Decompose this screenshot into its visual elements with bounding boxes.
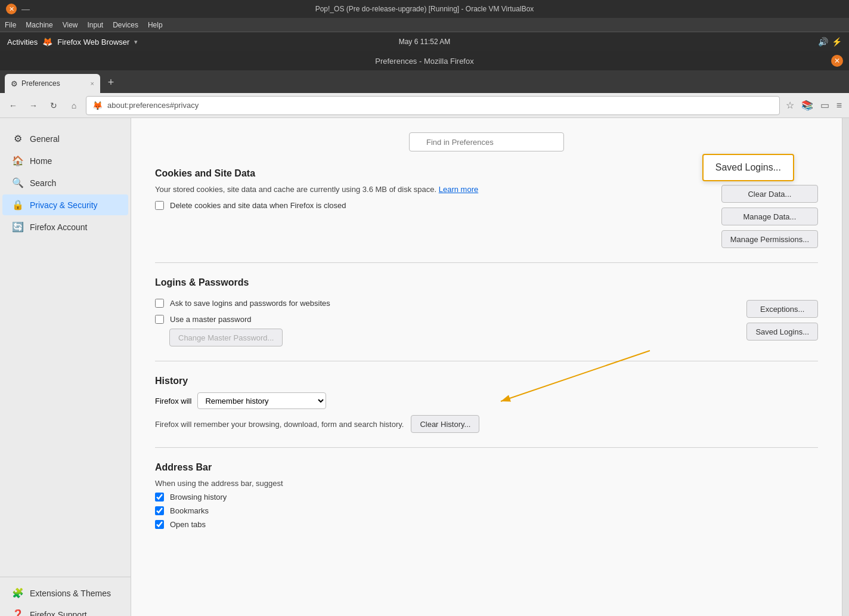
- browsing-history-checkbox[interactable]: [155, 493, 164, 502]
- menu-view[interactable]: View: [63, 21, 78, 29]
- menu-help[interactable]: Help: [148, 21, 163, 29]
- ask-save-label: Ask to save logins and passwords for web…: [170, 299, 330, 308]
- menu-input[interactable]: Input: [88, 21, 104, 29]
- address-bar[interactable]: 🦊 about:preferences#privacy: [86, 96, 780, 115]
- history-desc: Firefox will remember your browsing, dow…: [155, 420, 404, 429]
- tab-label: Preferences: [21, 79, 60, 88]
- vm-topbar: ✕ — Pop!_OS (Pre do-release-upgrade) [Ru…: [0, 0, 849, 18]
- logins-row: Ask to save logins and passwords for web…: [155, 294, 818, 346]
- app-name-osbar[interactable]: Firefox Web Browser: [57, 38, 129, 47]
- privacy-icon: 🔒: [12, 199, 24, 211]
- cookies-divider: [155, 262, 818, 263]
- activities-button[interactable]: Activities: [7, 38, 38, 47]
- saved-logins-button[interactable]: Saved Logins...: [746, 323, 818, 340]
- history-section-title: History: [155, 376, 818, 386]
- tab-close-btn[interactable]: ×: [91, 80, 94, 87]
- exceptions-button[interactable]: Exceptions...: [746, 300, 818, 318]
- sidebar-label-search: Search: [30, 178, 56, 188]
- address-bar-desc: When using the address bar, suggest: [155, 479, 818, 488]
- main-content: 🔍 Cookies and Site Data Your stored cook…: [131, 118, 842, 616]
- extensions-icon: 🧩: [12, 587, 24, 599]
- sidebar-label-general: General: [30, 134, 60, 144]
- home-icon: 🏠: [12, 155, 24, 166]
- history-section: History Firefox will Remember history Ne…: [155, 376, 818, 433]
- tab-favicon: ⚙: [11, 79, 18, 88]
- bookmarks-checkbox[interactable]: [155, 506, 164, 515]
- sidebar-item-account[interactable]: 🔄 Firefox Account: [2, 216, 128, 237]
- sidebar: ⚙ General 🏠 Home 🔍 Search 🔒 Privacy & Se…: [0, 118, 131, 616]
- open-tabs-label: Open tabs: [170, 520, 206, 529]
- address-favicon: 🦊: [92, 101, 103, 110]
- history-divider: [155, 447, 818, 448]
- sidebar-bottom: 🧩 Extensions & Themes ❓ Firefox Support: [0, 577, 131, 616]
- search-icon: 🔍: [12, 177, 24, 188]
- sidebar-item-search[interactable]: 🔍 Search: [2, 172, 128, 193]
- forward-button[interactable]: →: [25, 97, 42, 114]
- history-will-row: Firefox will Remember history Never reme…: [155, 392, 818, 409]
- cookies-desc: Your stored cookies, site data and cache…: [155, 185, 709, 194]
- sidebar-label-support: Firefox Support: [30, 610, 87, 617]
- sidebar-item-extensions[interactable]: 🧩 Extensions & Themes: [2, 583, 128, 603]
- firefox-will-label: Firefox will: [155, 397, 191, 405]
- history-desc-row: Firefox will remember your browsing, dow…: [155, 415, 818, 433]
- logins-buttons: Exceptions... Saved Logins...: [746, 300, 818, 340]
- cookies-section-title: Cookies and Site Data: [155, 168, 818, 179]
- sidebar-item-support[interactable]: ❓ Firefox Support: [2, 604, 128, 616]
- sidebar-label-extensions: Extensions & Themes: [30, 589, 111, 598]
- open-tabs-checkbox-row: Open tabs: [155, 520, 818, 529]
- search-preferences-input[interactable]: [409, 132, 564, 151]
- back-button[interactable]: ←: [5, 97, 21, 114]
- master-password-checkbox[interactable]: [155, 315, 164, 324]
- delete-cookies-checkbox[interactable]: [155, 201, 164, 210]
- app-dropdown-icon[interactable]: ▾: [134, 38, 138, 46]
- menu-devices[interactable]: Devices: [113, 21, 138, 29]
- nav-icons-right: ☆ 📚 ▭ ≡: [783, 97, 844, 113]
- master-password-checkbox-row: Use a master password: [155, 315, 735, 324]
- bookmarks-label: Bookmarks: [170, 506, 209, 515]
- manage-permissions-button[interactable]: Manage Permissions...: [721, 230, 818, 248]
- home-button[interactable]: ⌂: [66, 97, 82, 114]
- menu-machine[interactable]: Machine: [26, 21, 52, 29]
- sidebar-item-home[interactable]: 🏠 Home: [2, 150, 128, 171]
- logins-section: Logins & Passwords Ask to save logins an…: [155, 277, 818, 346]
- menu-file[interactable]: File: [5, 21, 16, 29]
- sidebar-item-general[interactable]: ⚙ General: [2, 128, 128, 149]
- bookmarks-checkbox-row: Bookmarks: [155, 506, 818, 515]
- os-systray-2: ⚡: [832, 37, 842, 47]
- logins-checkboxes: Ask to save logins and passwords for web…: [155, 294, 735, 346]
- history-select[interactable]: Remember history Never remember history …: [197, 392, 326, 409]
- new-tab-button[interactable]: +: [103, 74, 119, 91]
- firefox-window-title: Preferences - Mozilla Firefox: [375, 57, 473, 66]
- address-url: about:preferences#privacy: [107, 101, 773, 110]
- menu-icon[interactable]: ≡: [834, 98, 844, 113]
- vm-minimize-btn[interactable]: —: [21, 4, 30, 14]
- tab-preferences[interactable]: ⚙ Preferences ×: [5, 74, 100, 93]
- scrollbar[interactable]: [842, 118, 849, 616]
- address-bar-section: Address Bar When using the address bar, …: [155, 462, 818, 529]
- vm-close-btn[interactable]: ✕: [6, 4, 17, 14]
- cookies-buttons: Clear Data... Manage Data... Manage Perm…: [721, 185, 818, 248]
- library-icon[interactable]: 📚: [799, 97, 816, 113]
- firefox-close-btn[interactable]: ✕: [831, 55, 843, 67]
- account-icon: 🔄: [12, 221, 24, 233]
- search-bar-container: 🔍: [155, 132, 818, 151]
- open-tabs-checkbox[interactable]: [155, 520, 164, 529]
- clear-data-button[interactable]: Clear Data...: [721, 185, 818, 203]
- os-appbar-right: 🔊 ⚡: [818, 37, 842, 47]
- cookies-section: Cookies and Site Data Your stored cookie…: [155, 168, 818, 248]
- manage-data-button[interactable]: Manage Data...: [721, 208, 818, 225]
- tab-bar: ⚙ Preferences × +: [0, 70, 849, 93]
- ask-save-checkbox[interactable]: [155, 299, 164, 308]
- change-master-password-button[interactable]: Change Master Password...: [169, 329, 283, 346]
- sidebar-toggle-icon[interactable]: ▭: [818, 97, 832, 113]
- refresh-button[interactable]: ↻: [45, 97, 62, 114]
- sidebar-label-account: Firefox Account: [30, 222, 88, 232]
- clear-history-button[interactable]: Clear History...: [411, 415, 479, 433]
- sidebar-label-privacy: Privacy & Security: [30, 200, 98, 210]
- bookmark-star-icon[interactable]: ☆: [783, 97, 797, 113]
- logins-divider: [155, 361, 818, 361]
- vm-menubar: File Machine View Input Devices Help: [0, 18, 849, 32]
- browsing-history-label: Browsing history: [170, 493, 227, 502]
- sidebar-item-privacy[interactable]: 🔒 Privacy & Security: [2, 194, 128, 215]
- learn-more-link[interactable]: Learn more: [439, 185, 478, 194]
